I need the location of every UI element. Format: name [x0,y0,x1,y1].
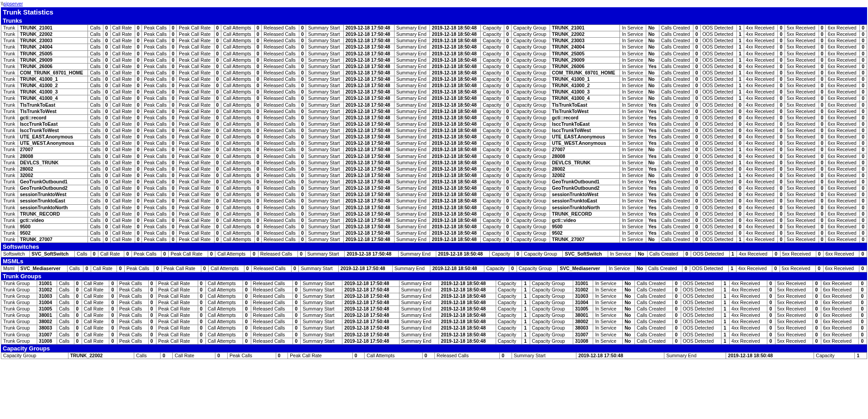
calls-created-value: 0 [673,293,681,299]
col-value: 0 [819,57,825,63]
col-value: 0 [819,121,825,127]
col-label: Calls [88,25,103,31]
col-label: Summary End [398,251,436,257]
col-label: 5xx Received [785,237,819,243]
capacity-value: 1 [522,286,530,293]
col-label: Summary Start [301,338,342,344]
row-name: 27007 [18,147,88,153]
col-value: 0 [813,293,821,299]
col-value: 0 [813,319,821,325]
col-value: 0 [74,312,82,319]
col-value: 0 [148,319,156,325]
col-label: In Service [593,331,623,338]
in-service-value: No [646,69,659,76]
col-label: 5xx Received [785,192,819,198]
col-value: 0 [103,25,110,31]
col-label: 4xx Received [729,286,767,293]
capacity-value: 0 [504,102,511,108]
col-value: 0 [299,211,306,217]
in-service-value: Yes [646,230,659,237]
in-service-value: Yes [646,140,659,147]
col-value: 0 [819,50,825,57]
col-label: Summary End [394,230,430,237]
col-label: Capacity [496,319,522,325]
row-name: TlsTrunkToWest [18,108,88,114]
in-service-value: Yes [646,223,659,230]
row-name: 38003 [37,325,57,331]
table-row: TrunkTRUNK_29009Calls0Call Rate0Peak Cal… [1,57,867,63]
col-value: 0 [103,172,110,178]
col-value: 0 [214,63,221,69]
col-label: Summary Start [306,134,343,140]
col-label: 6xx Received [826,179,860,185]
col-value: 0 [109,331,117,338]
col-value: 0 [859,280,867,286]
col-label: Capacity Group [511,237,550,243]
capacity-value: 0 [504,204,511,211]
col-value: 0 [214,179,221,185]
col-label: In Service [620,166,646,172]
col-value: 0 [214,159,221,166]
col-label: Released Calls [262,95,299,102]
col-label: Calls Created [634,312,673,319]
col-value: 0 [773,251,780,257]
col-value: 0 [148,331,156,338]
col-label: Released Calls [251,319,293,325]
col-label: OOS Detected [700,217,736,223]
col-value: 0 [254,211,261,217]
capacity-group-value: TRUNK_27007 [550,237,620,243]
col-label: Calls Created [659,230,693,237]
col-label: Peak Call Rate [177,83,214,89]
col-value: 0 [860,153,867,159]
col-value: 0 [813,331,821,338]
oos-value: 1 [729,251,736,257]
col-value: 0 [170,63,176,69]
col-label: Calls [57,280,74,286]
col-label: In Service [620,140,646,147]
col-value: 0 [299,204,306,211]
row-name: 32002 [18,172,88,178]
col-value: 0 [135,76,141,83]
col-label: Capacity [481,44,504,50]
col-label: Call Rate [110,237,135,243]
in-service-value: No [646,50,659,57]
breadcrumb-link[interactable]: sipserver [4,1,23,6]
row-type-label: Trunk [1,95,18,102]
capacity-group-value: TRUNK_23003 [550,38,620,44]
col-label: OOS Detected [700,185,736,192]
col-label: Peak Call Rate [156,319,198,325]
in-service-value: Yes [646,128,659,134]
col-label: Summary Start [306,128,343,134]
col-label: In Service [620,237,646,243]
col-label: Summary Start [306,108,343,114]
col-label: Capacity [481,172,504,178]
capacity-group-value: TRUNK_RECORD [550,211,620,217]
col-value: 0 [135,69,141,76]
capacity-value: 0 [504,172,511,178]
col-label: Released Calls [262,50,299,57]
col-label: 5xx Received [785,50,819,57]
row-name: sessionTrunktoWest [18,192,88,198]
col-label: Peak Calls [142,31,170,38]
col-value: 0 [148,299,156,306]
capacity-value: 0 [504,223,511,230]
summary-start: 2019-12-18 17:50:48 [342,331,399,338]
col-label: Summary End [399,319,439,325]
col-label: Peak Call Rate [177,192,214,198]
col-value: 0 [767,306,775,312]
summary-start: 2019-12-18 17:50:48 [343,134,394,140]
col-label: Capacity Group [511,128,550,134]
table-row: TrunkTRUNK_23003Calls0Call Rate0Peak Cal… [1,38,867,44]
col-label: Capacity Group [511,38,550,44]
col-label: Calls [88,223,103,230]
col-label: Peak Calls [142,179,170,185]
in-service-value: No [646,172,659,178]
col-label: Calls Created [659,25,693,31]
col-label: Released Calls [262,204,299,211]
col-label: 6xx Received [826,166,860,172]
col-label: Peak Call Rate [177,147,214,153]
oos-value: 0 [737,179,744,185]
calls-created-value: 0 [693,159,700,166]
col-label: Calls Created [659,76,693,83]
capacity-group-value: TRUNK_25005 [550,50,620,57]
